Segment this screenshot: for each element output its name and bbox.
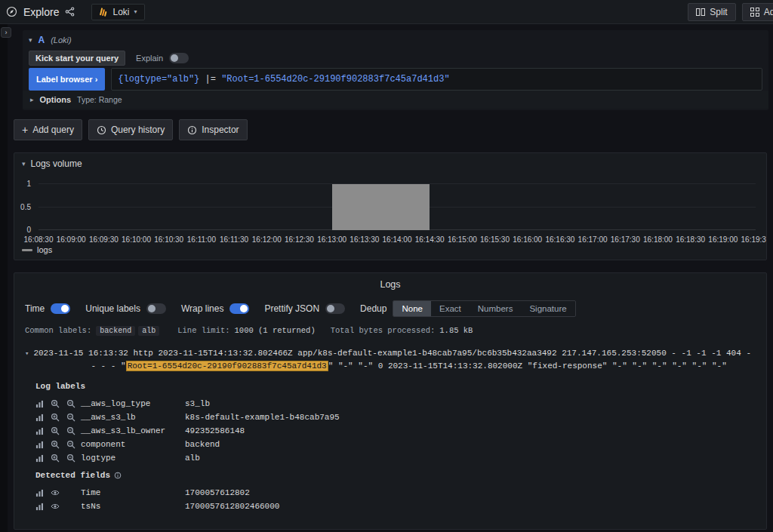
bytes-processed-value: 1.85 kB bbox=[439, 326, 473, 335]
options-summary: Type: Range bbox=[77, 95, 122, 104]
stats-icon[interactable] bbox=[35, 441, 44, 449]
field-value: k8s-default-example1-b48cab7a95 bbox=[185, 413, 766, 422]
line-limit-value: 1000 (1 returned) bbox=[235, 326, 316, 335]
x-tick-label: 16:10:30 bbox=[154, 235, 183, 244]
filter-out-icon[interactable] bbox=[66, 426, 75, 435]
x-tick-label: 16:19:00 bbox=[708, 235, 738, 244]
x-tick-label: 16:12:30 bbox=[285, 235, 314, 244]
expand-sidebar-button[interactable]: › bbox=[1, 27, 11, 38]
wrap-lines-toggle[interactable] bbox=[229, 303, 249, 314]
loki-logo-icon bbox=[99, 8, 108, 17]
query-input[interactable]: {logtype="alb"} |= "Root=1-6554d20c-2919… bbox=[111, 68, 762, 91]
dedup-option-numbers[interactable]: Numbers bbox=[470, 301, 522, 316]
stats-icon[interactable] bbox=[35, 503, 44, 511]
detail-row-logtype: logtypealb bbox=[35, 451, 766, 465]
topbar-actions: Split Add bbox=[688, 3, 773, 21]
log-labels-rows: __aws_log_types3_lb__aws_s3_lbk8s-defaul… bbox=[35, 397, 766, 465]
chevron-right-icon: ▸ bbox=[30, 96, 34, 103]
explain-label: Explain bbox=[136, 54, 163, 63]
datasource-picker[interactable]: Loki ▾ bbox=[91, 4, 144, 20]
stats-icon[interactable] bbox=[35, 427, 44, 435]
query-history-button[interactable]: Query history bbox=[88, 119, 173, 140]
filter-out-icon[interactable] bbox=[66, 413, 75, 422]
dedup-options: NoneExactNumbersSignature bbox=[393, 300, 575, 317]
log-row[interactable]: ▾ 2023-11-15 16:13:32 http 2023-11-15T14… bbox=[14, 343, 766, 373]
filter-for-icon[interactable] bbox=[51, 413, 60, 422]
dedup-option-exact[interactable]: Exact bbox=[431, 301, 470, 316]
row-actions bbox=[35, 413, 81, 422]
inspector-button[interactable]: Inspector bbox=[179, 119, 247, 140]
logs-meta-row: Common labels: backendalb Line limit: 10… bbox=[14, 326, 766, 343]
options-label: Options bbox=[40, 95, 72, 104]
filter-for-icon[interactable] bbox=[51, 426, 60, 435]
filter-out-icon[interactable] bbox=[66, 440, 75, 449]
field-value: alb bbox=[185, 454, 766, 463]
datasource-label: Loki bbox=[112, 7, 129, 17]
plus-icon: + bbox=[22, 125, 28, 134]
field-name: __aws_s3_lb_owner bbox=[81, 426, 185, 435]
field-name: logtype bbox=[81, 454, 185, 463]
stats-icon[interactable] bbox=[35, 489, 44, 497]
explain-toggle[interactable] bbox=[169, 53, 189, 63]
logs-volume-title: Logs volume bbox=[31, 158, 82, 169]
field-value: 1700057612802 bbox=[185, 488, 766, 497]
time-label: Time bbox=[25, 303, 45, 314]
x-tick-label: 16:15:00 bbox=[448, 235, 477, 244]
share-icon[interactable] bbox=[65, 7, 75, 17]
query-filter-string: "Root=1-6554d20c-29190f902883f7c45a7d41d… bbox=[221, 74, 449, 85]
add-label: Add bbox=[764, 7, 773, 17]
dedup-option-signature[interactable]: Signature bbox=[521, 301, 574, 316]
filter-for-icon[interactable] bbox=[51, 399, 60, 408]
field-value: s3_lb bbox=[185, 399, 766, 408]
filter-for-icon[interactable] bbox=[51, 454, 60, 463]
filter-out-icon[interactable] bbox=[66, 399, 75, 408]
page-title: Explore bbox=[23, 6, 59, 18]
detail-row-component: componentbackend bbox=[35, 438, 766, 451]
chevron-down-icon: ▾ bbox=[22, 160, 26, 168]
logs-panel: Logs TimeUnique labelsWrap linesPrettify… bbox=[14, 272, 767, 530]
query-row-header[interactable]: ▾ A (Loki) bbox=[23, 32, 768, 48]
row-actions bbox=[35, 426, 81, 435]
detail-row-time: Time1700057612802 bbox=[35, 486, 766, 500]
stats-icon[interactable] bbox=[35, 454, 44, 463]
stats-icon[interactable] bbox=[35, 400, 44, 408]
detail-row--aws-s3-lb: __aws_s3_lbk8s-default-example1-b48cab7a… bbox=[35, 411, 766, 424]
dedup-option-none[interactable]: None bbox=[393, 301, 431, 316]
chart-legend[interactable]: logs bbox=[14, 244, 766, 260]
time-toggle[interactable] bbox=[51, 303, 70, 314]
filter-for-icon[interactable] bbox=[51, 440, 60, 449]
show-field-eye-icon[interactable] bbox=[51, 488, 60, 497]
show-field-eye-icon[interactable] bbox=[51, 502, 60, 511]
logs-volume-panel: ▾ Logs volume 00.51 16:08:3016:09:0016:0… bbox=[14, 152, 767, 260]
chevron-down-icon: ▾ bbox=[134, 8, 137, 15]
row-actions bbox=[35, 454, 81, 463]
explore-actions: + Add query Query history Inspector bbox=[14, 119, 768, 140]
kick-start-query-button[interactable]: Kick start your query bbox=[29, 51, 125, 66]
filter-out-icon[interactable] bbox=[66, 454, 75, 463]
info-icon[interactable] bbox=[114, 472, 122, 479]
query-options-row[interactable]: ▸ Options Type: Range bbox=[23, 91, 768, 109]
add-query-button[interactable]: + Add query bbox=[14, 119, 82, 140]
logs-volume-header[interactable]: ▾ Logs volume bbox=[14, 153, 766, 173]
wrap-lines-label: Wrap lines bbox=[181, 303, 223, 314]
x-tick-label: 16:15:30 bbox=[480, 235, 510, 244]
dedup-label: Dedup bbox=[360, 303, 386, 314]
unique-labels-toggle[interactable] bbox=[146, 303, 166, 314]
line-limit-label: Line limit: bbox=[177, 326, 229, 335]
split-button[interactable]: Split bbox=[688, 3, 735, 21]
x-tick-label: 16:11:00 bbox=[187, 235, 216, 244]
stats-icon[interactable] bbox=[35, 414, 44, 422]
log-line: 2023-11-15 16:13:32 http 2023-11-15T14:1… bbox=[33, 347, 756, 373]
log-option-wrap-lines: Wrap lines bbox=[181, 303, 249, 314]
row-actions bbox=[35, 488, 81, 497]
prettify-json-label: Prettify JSON bbox=[264, 303, 319, 314]
label-browser-button[interactable]: Label browser › bbox=[29, 68, 105, 91]
add-query-label: Add query bbox=[32, 125, 74, 135]
prettify-json-toggle[interactable] bbox=[325, 303, 345, 314]
legend-series-line bbox=[22, 249, 32, 251]
x-tick-label: 16:17:00 bbox=[578, 235, 608, 244]
logs-controls: TimeUnique labelsWrap linesPrettify JSON… bbox=[14, 294, 766, 326]
field-value: 492352586148 bbox=[185, 426, 766, 435]
add-to-dashboard-button[interactable]: Add bbox=[742, 3, 773, 21]
topbar: Explore Loki ▾ Split bbox=[0, 0, 773, 24]
